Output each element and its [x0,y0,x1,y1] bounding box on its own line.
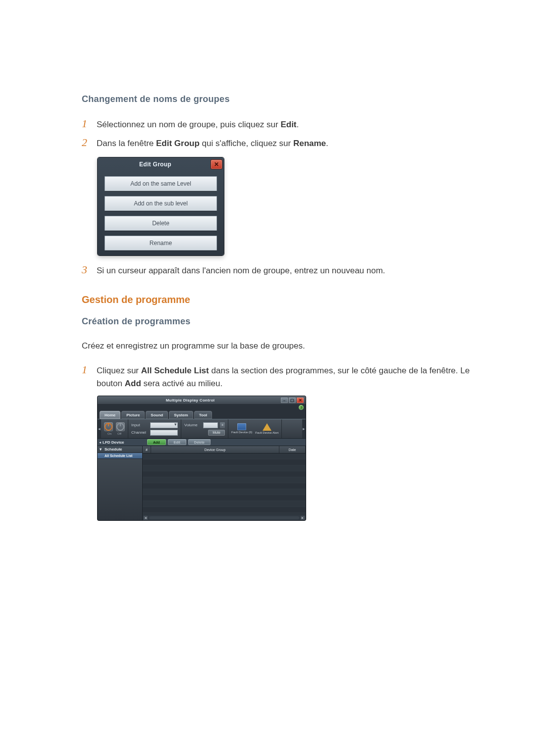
rename-button[interactable]: Rename [105,236,217,251]
add-sub-level-button[interactable]: Add on the sub level [105,196,217,211]
window-title: Multiple Display Control [166,398,215,403]
collapse-icon[interactable]: ◂ [98,440,103,445]
tree-item-all-schedule[interactable]: All Schedule List [98,453,142,459]
section-title-schedule-mgmt: Gestion de programme [82,294,476,305]
label-channel: Channel [131,430,148,435]
volume-group: Volume + Mute [181,419,228,438]
steps-rename-cont: 3 Si un curseur apparaît dans l'ancien n… [82,263,476,277]
edit-button[interactable]: Edit [168,439,186,445]
add-same-level-button[interactable]: Add on the same Level [105,176,217,191]
label-off: Off [117,432,121,435]
volume-stepper[interactable] [203,422,218,428]
step-text: Sélectionnez un nom de groupe, puis cliq… [97,118,299,131]
monitor-icon [237,423,246,430]
mdc-body: ▾ Schedule All Schedule List # Device Gr… [98,446,306,520]
label: Fault Device Alert [255,431,278,435]
label-volume: Volume [184,423,201,427]
text-bold: Edit Group [156,139,200,148]
step-number: 1 [82,117,97,130]
step-number: 3 [82,263,97,276]
fault-group: Fault Device (0) Fault Device Alert [228,419,282,438]
tab-home[interactable]: Home [100,411,120,419]
step-3: 3 Si un curseur apparaît dans l'ancien n… [82,263,476,277]
warning-icon [263,423,271,431]
tab-system[interactable]: System [169,411,193,419]
subheading-group-rename: Changement de noms de groupes [82,94,476,104]
power-off-button[interactable] [116,422,125,431]
table-row [143,477,306,483]
mdc-window: Multiple Display Control – ▢ ✕ ? Home Pi… [98,396,306,520]
table-row [143,495,306,501]
text: Dans la fenêtre [97,139,156,148]
tree-node-schedule[interactable]: ▾ Schedule [98,446,142,453]
power-group: On Off [101,419,128,438]
document-page: Changement de noms de groupes 1 Sélectio… [0,0,535,580]
dialog-titlebar: Edit Group ✕ [98,157,224,171]
table-row [143,459,306,465]
table-row [143,501,306,507]
col-date: Date [279,446,306,453]
table-row [143,454,306,459]
col-id: # [143,446,151,453]
close-icon[interactable]: ✕ [211,160,222,169]
step-1: 1 Cliquez sur All Schedule List dans la … [82,363,476,391]
text-bold: Rename [293,139,326,148]
table-rows [143,454,306,515]
text: Cliquez sur [97,366,141,375]
power-off-icon [116,423,124,431]
input-group: Input Channel [128,419,181,438]
text-bold: Edit [280,120,296,129]
tree-node-label: Schedule [105,447,122,452]
input-select[interactable] [150,422,178,428]
window-buttons: – ▢ ✕ [281,398,304,403]
step-text: Si un curseur apparaît dans l'ancien nom… [97,264,385,277]
steps-rename: 1 Sélectionnez un nom de groupe, puis cl… [82,117,476,151]
table-row [143,471,306,477]
minimize-icon[interactable]: – [281,398,288,403]
mute-button[interactable]: Mute [208,430,225,436]
fault-device-count[interactable]: Fault Device (0) [231,423,252,434]
maximize-icon[interactable]: ▢ [289,398,296,403]
schedule-table: # Device Group Date [143,446,306,520]
tab-picture[interactable]: Picture [121,411,145,419]
chevron-down-icon: ▾ [100,447,105,452]
help-row: ? [98,404,306,411]
edit-group-dialog: Edit Group ✕ Add on the same Level Add o… [98,157,224,255]
help-icon[interactable]: ? [299,405,304,410]
tab-tool[interactable]: Tool [194,411,212,419]
delete-button[interactable]: Delete [188,439,211,445]
text-bold: Add [125,379,141,388]
mdc-tabs: Home Picture Sound System Tool [98,411,306,419]
toolbar-spacer [282,419,302,438]
scroll-right-icon[interactable]: ▸ [301,516,305,520]
volume-plus-button[interactable]: + [220,422,225,428]
tree-label-lfd: LFD Device [103,440,141,445]
step-number: 1 [82,363,97,376]
step-1: 1 Sélectionnez un nom de groupe, puis cl… [82,117,476,131]
scroll-track[interactable] [149,516,299,519]
step-number: 2 [82,136,97,149]
channel-stepper[interactable] [150,430,178,436]
step-2: 2 Dans la fenêtre Edit Group qui s'affic… [82,136,476,150]
step-text: Cliquez sur All Schedule List dans la se… [97,364,476,391]
text: Sélectionnez un nom de groupe, puis cliq… [97,120,280,129]
text-bold: All Schedule List [141,366,209,375]
power-on-button[interactable] [104,422,113,431]
tab-sound[interactable]: Sound [146,411,168,419]
table-row [143,483,306,489]
toolbar-left-arrow-icon[interactable]: ◂ [98,419,101,438]
text: . [326,139,328,148]
col-device-group: Device Group [151,446,279,453]
body-text: Créez et enregistrez un programme sur la… [82,340,476,353]
delete-button[interactable]: Delete [105,216,217,231]
close-icon[interactable]: ✕ [297,398,304,403]
tree-toolbar: ◂ LFD Device Add Edit Delete [98,439,306,446]
fault-device-alert[interactable]: Fault Device Alert [255,423,278,435]
step-text: Dans la fenêtre Edit Group qui s'affiche… [97,137,328,150]
toolbar-right-arrow-icon[interactable]: ▸ [302,419,306,438]
scroll-left-icon[interactable]: ◂ [144,516,148,520]
mdc-titlebar: Multiple Display Control – ▢ ✕ [98,396,306,404]
horizontal-scrollbar[interactable]: ◂ ▸ [143,515,306,520]
power-on-icon [105,423,112,431]
add-button[interactable]: Add [147,439,166,445]
